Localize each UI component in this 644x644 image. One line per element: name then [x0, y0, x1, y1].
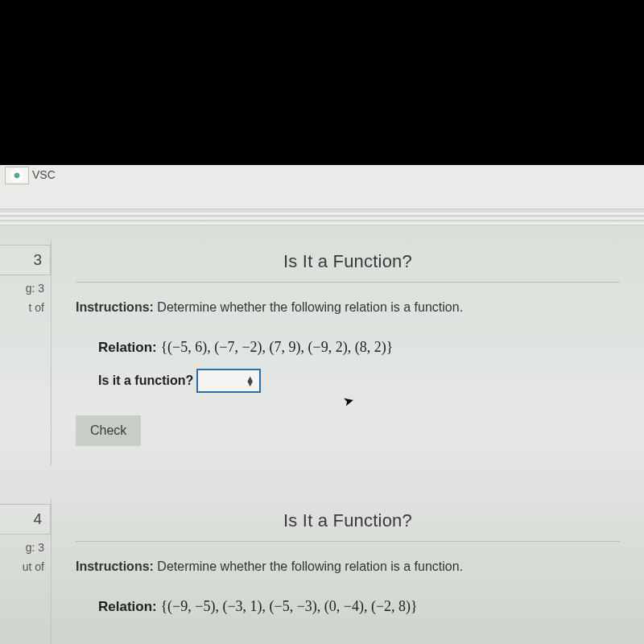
answer-dropdown[interactable]: ▲▼: [196, 369, 261, 393]
problem-block: Relation: {(−9, −5), (−3, 1), (−5, −3), …: [98, 598, 620, 615]
question-number-box[interactable]: 4: [0, 504, 51, 535]
question-meta-2: ut of: [0, 560, 51, 573]
question-card: Is It a Function? Instructions: Determin…: [51, 240, 644, 465]
relation-label: Relation:: [98, 340, 157, 355]
toolbar-button[interactable]: [5, 167, 29, 184]
question-meta-1: g: 3: [0, 541, 51, 554]
instructions-text: Instructions: Determine whether the foll…: [76, 300, 620, 315]
divider: [76, 541, 620, 542]
mouse-cursor-icon: ➤: [341, 393, 355, 411]
browser-toolbar: VSC: [0, 165, 644, 209]
relation-line: Relation: {(−5, 6), (−7, −2), (7, 9), (−…: [98, 339, 620, 356]
instructions-body: Determine whether the following relation…: [157, 559, 463, 573]
question-meta-1: g: 3: [0, 282, 51, 295]
problem-block: Relation: {(−5, 6), (−7, −2), (7, 9), (−…: [98, 339, 620, 393]
card-title: Is It a Function?: [76, 510, 620, 531]
question-row-3: 3 g: 3 t of Is It a Function? Instructio…: [0, 240, 644, 465]
question-number: 4: [33, 510, 42, 528]
question-number-box[interactable]: 3: [0, 245, 51, 275]
check-button[interactable]: Check: [76, 415, 141, 446]
relation-line: Relation: {(−9, −5), (−3, 1), (−5, −3), …: [98, 598, 620, 615]
question-sidebar: 4 g: 3 ut of: [0, 499, 51, 573]
relation-value: {(−9, −5), (−3, 1), (−5, −3), (0, −4), (…: [160, 598, 417, 614]
recycle-icon: [10, 169, 23, 182]
prompt-label: Is it a function?: [98, 374, 193, 388]
chevron-updown-icon: ▲▼: [246, 376, 254, 386]
relation-value: {(−5, 6), (−7, −2), (7, 9), (−9, 2), (8,…: [160, 339, 393, 355]
instructions-label: Instructions:: [76, 300, 154, 314]
prompt-line: Is it a function? ▲▼: [98, 369, 620, 393]
question-meta-2: t of: [0, 301, 51, 314]
divider: [76, 282, 620, 283]
question-card: Is It a Function? Instructions: Determin…: [51, 499, 644, 644]
black-letterbox-top: [0, 0, 644, 165]
paper-stack: [0, 209, 644, 225]
relation-label: Relation:: [98, 599, 157, 614]
instructions-body: Determine whether the following relation…: [157, 300, 463, 314]
card-title: Is It a Function?: [76, 251, 620, 272]
instructions-label: Instructions:: [76, 559, 154, 573]
instructions-text: Instructions: Determine whether the foll…: [76, 559, 620, 574]
question-number: 3: [33, 251, 42, 269]
question-sidebar: 3 g: 3 t of: [0, 240, 51, 314]
page-background: 3 g: 3 t of Is It a Function? Instructio…: [0, 209, 644, 644]
toolbar-label: VSC: [32, 168, 56, 181]
question-row-4: 4 g: 3 ut of Is It a Function? Instructi…: [0, 499, 644, 644]
